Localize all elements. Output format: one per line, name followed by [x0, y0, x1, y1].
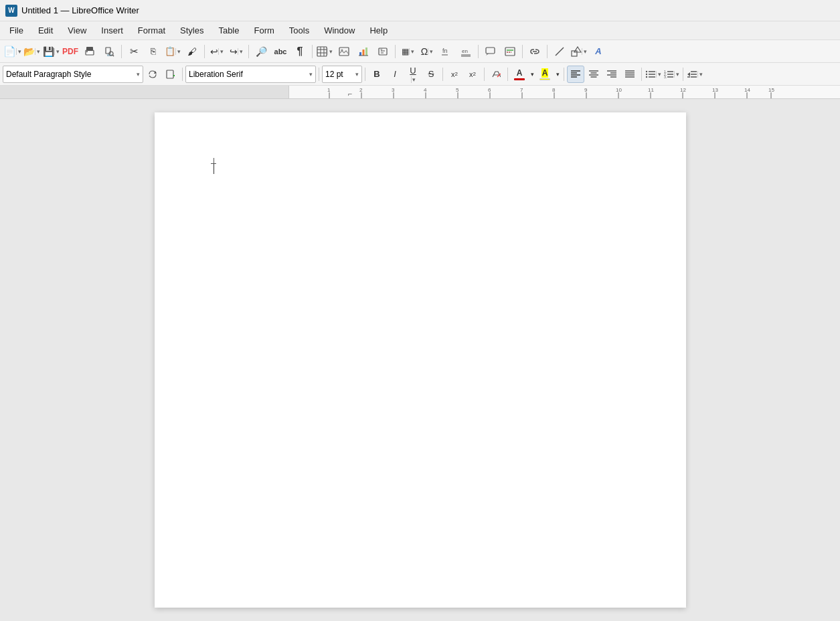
highlight-button[interactable]: A	[536, 66, 554, 83]
print-button[interactable]	[80, 43, 99, 60]
insert-special-button[interactable]: Ω▾	[418, 43, 436, 60]
hyperlink-button[interactable]	[525, 43, 544, 60]
spellcheck-button[interactable]: abc	[271, 43, 290, 60]
new-style-button[interactable]	[162, 66, 179, 83]
svg-rect-2	[87, 52, 92, 54]
menu-help[interactable]: Help	[363, 23, 394, 37]
ordered-list-button[interactable]: 1. 2. 3. ▾	[663, 66, 680, 83]
fontwork-button[interactable]: A	[589, 43, 608, 60]
cut-button[interactable]: ✂	[124, 43, 143, 60]
line-icon	[554, 46, 565, 57]
ruler: ◄ 1 ► 1 2 3 4 5 6 7 8 9 10	[0, 86, 840, 99]
svg-text:7: 7	[520, 87, 523, 93]
export-pdf-button[interactable]: PDF	[61, 43, 80, 60]
clear-format-button[interactable]	[487, 66, 505, 83]
sep-fmt2	[319, 68, 319, 81]
align-right-button[interactable]	[603, 66, 620, 83]
align-justify-button[interactable]	[621, 66, 639, 83]
save-button[interactable]: 💾▾	[41, 43, 60, 60]
insert-footnote-button[interactable]: fn	[437, 43, 456, 60]
menu-table[interactable]: Table	[212, 23, 246, 37]
decrease-indent-icon	[687, 70, 697, 79]
paste-button[interactable]: 📋▾	[163, 43, 182, 60]
sep-fmt7	[564, 68, 564, 81]
svg-text:10: 10	[616, 87, 622, 93]
unordered-list-button[interactable]: ▾	[645, 66, 662, 83]
font-color-button[interactable]: A	[511, 66, 528, 83]
ruler-ticks: 1 2 3 4 5 6 7 8 9 10 11 12 13 1	[289, 86, 840, 99]
svg-rect-16	[363, 50, 365, 56]
open-button[interactable]: 📂▾	[22, 43, 41, 60]
bold-button[interactable]: B	[368, 66, 386, 83]
svg-text:3.: 3.	[664, 75, 667, 79]
align-justify-icon	[624, 70, 635, 79]
undo-button[interactable]: ↩▾	[207, 43, 226, 60]
svg-text:3: 3	[392, 87, 395, 93]
menu-view[interactable]: View	[61, 23, 93, 37]
font-color-dropdown[interactable]: ▾	[529, 66, 535, 83]
svg-text:11: 11	[648, 87, 654, 93]
print-preview-button[interactable]	[100, 43, 118, 60]
menu-edit[interactable]: Edit	[31, 23, 60, 37]
subscript-button[interactable]: x2	[464, 66, 481, 83]
svg-text:4: 4	[424, 87, 427, 93]
svg-rect-28	[486, 48, 495, 54]
formatting-marks-button[interactable]: ¶	[290, 43, 309, 60]
sep1	[121, 45, 122, 58]
style-update-button[interactable]	[144, 66, 161, 83]
svg-rect-8	[317, 47, 327, 56]
format-paintbrush-button[interactable]: 🖌	[183, 43, 201, 60]
underline-button[interactable]: U ▾	[404, 66, 422, 83]
sep4	[312, 45, 313, 58]
sep-fmt5	[484, 68, 485, 81]
strikethrough-button[interactable]: S	[422, 66, 440, 83]
new-button[interactable]: 📄▾	[3, 43, 21, 60]
svg-text:14: 14	[744, 87, 750, 93]
align-center-button[interactable]	[585, 66, 602, 83]
menu-window[interactable]: Window	[317, 23, 361, 37]
insert-table-button[interactable]: ▾	[315, 43, 334, 60]
menu-file[interactable]: File	[3, 23, 30, 37]
menu-format[interactable]: Format	[131, 23, 172, 37]
image-icon	[339, 46, 349, 57]
toolbar2: Default Paragraph Style ▾ Liberation Ser…	[0, 63, 840, 86]
table-icon	[317, 46, 327, 57]
shapes-button[interactable]: ▾	[570, 43, 588, 60]
paragraph-style-dropdown[interactable]: Default Paragraph Style ▾	[3, 66, 143, 83]
shapes-icon	[571, 46, 582, 57]
menu-form[interactable]: Form	[247, 23, 280, 37]
copy-button[interactable]: ⎘	[144, 43, 163, 60]
italic-button[interactable]: I	[386, 66, 404, 83]
track-changes-button[interactable]	[501, 43, 519, 60]
align-left-button[interactable]	[567, 66, 584, 83]
line-button[interactable]	[550, 43, 569, 60]
new-style-icon	[166, 70, 175, 79]
insert-field-button[interactable]: ▦▾	[398, 43, 417, 60]
menu-insert[interactable]: Insert	[94, 23, 130, 37]
document-page[interactable]	[155, 112, 686, 608]
insert-textbox-button[interactable]: T	[373, 43, 392, 60]
toolbar1: 📄▾ 📂▾ 💾▾ PDF ✂ ⎘ 📋▾ 🖌 ↩	[0, 40, 840, 63]
font-size-dropdown[interactable]: 12 pt ▾	[322, 66, 362, 83]
svg-text:9: 9	[584, 87, 588, 93]
highlight-dropdown[interactable]: ▾	[554, 66, 561, 83]
decrease-indent-button[interactable]: ▾	[686, 66, 703, 83]
superscript-button[interactable]: x2	[446, 66, 463, 83]
svg-point-60	[646, 73, 647, 74]
sep-fmt8	[641, 68, 642, 81]
font-name-dropdown[interactable]: Liberation Serif ▾	[185, 66, 316, 83]
font-size-value: 12 pt	[325, 70, 343, 79]
menu-tools[interactable]: Tools	[282, 23, 316, 37]
redo-button[interactable]: ↪▾	[227, 43, 246, 60]
insert-chart-button[interactable]	[354, 43, 373, 60]
footnote-icon: fn	[441, 46, 452, 57]
style-dropdown-arrow: ▾	[137, 71, 140, 78]
insert-endnote-button[interactable]: en	[456, 43, 475, 60]
menu-styles[interactable]: Styles	[173, 23, 210, 37]
svg-point-59	[646, 70, 647, 72]
find-button[interactable]: 🔎	[252, 43, 270, 60]
insert-comment-button[interactable]	[481, 43, 500, 60]
insert-image-button[interactable]	[335, 43, 353, 60]
sep-fmt9	[683, 68, 683, 81]
svg-line-7	[113, 55, 114, 56]
